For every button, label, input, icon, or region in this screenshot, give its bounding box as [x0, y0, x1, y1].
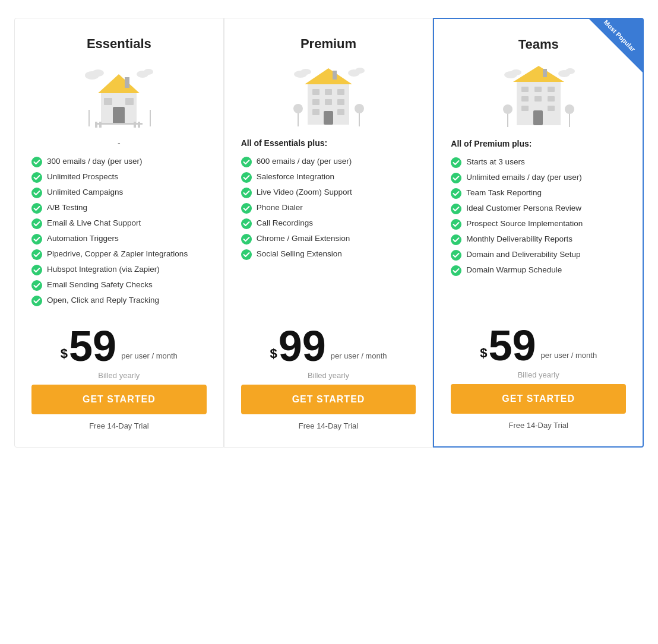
free-trial-label: Free 14-Day Trial [451, 421, 626, 430]
svg-point-79 [451, 234, 461, 245]
plan-title: Premium [241, 36, 416, 52]
feature-list: Starts at 3 users Unlimited emails / day… [451, 157, 626, 310]
feature-item: Salesforce Integration [241, 172, 416, 183]
feature-item: Ideal Customer Persona Review [451, 203, 626, 214]
feature-text: Unlimited emails / day (per user) [466, 172, 581, 183]
plan-subtitle: All of Premium plus: [451, 139, 626, 151]
svg-point-3 [144, 69, 153, 75]
svg-rect-14 [95, 123, 143, 125]
free-trial-label: Free 14-Day Trial [241, 421, 416, 430]
feature-text: Domain Warmup Schedule [466, 265, 562, 276]
feature-text: Chrome / Gmail Extension [257, 233, 350, 245]
feature-text: Live Video (Zoom) Support [257, 187, 352, 198]
feature-text: Starts at 3 users [466, 157, 524, 168]
svg-point-48 [241, 172, 252, 183]
svg-point-52 [241, 234, 252, 245]
feature-text: Hubspot Integration (via Zapier) [47, 264, 160, 275]
feature-text: Automation Triggers [47, 233, 119, 245]
svg-rect-66 [548, 96, 555, 101]
price-row: $ 99 per user / month [241, 325, 416, 367]
price-section: $ 59 per user / month Billed yearly [31, 325, 207, 380]
plan-illustration [451, 63, 626, 128]
price-row: $ 59 per user / month [451, 324, 626, 367]
svg-marker-32 [305, 68, 352, 84]
svg-point-55 [511, 69, 521, 75]
plan-card-premium: Premium [224, 18, 434, 448]
svg-rect-40 [312, 109, 319, 115]
price-amount: 59 [69, 325, 116, 367]
svg-rect-33 [333, 71, 337, 80]
svg-rect-7 [113, 107, 125, 125]
svg-point-1 [92, 69, 104, 77]
feature-text: Domain and Deliverability Setup [466, 249, 580, 261]
svg-rect-63 [548, 87, 555, 92]
svg-rect-37 [312, 99, 319, 105]
svg-point-74 [451, 157, 461, 168]
feature-item: Social Selling Extension [241, 249, 416, 260]
feature-text: Phone Dialer [257, 202, 303, 214]
svg-point-17 [31, 157, 42, 167]
svg-point-49 [241, 188, 252, 198]
feature-text: Open, Click and Reply Tracking [47, 295, 159, 306]
feature-item: A/B Testing [31, 202, 207, 214]
svg-point-53 [241, 249, 252, 260]
pricing-container: Essentials [14, 18, 644, 448]
billed-yearly: Billed yearly [241, 371, 416, 380]
feature-list: 600 emails / day (per user) Salesforce I… [241, 156, 416, 310]
svg-rect-9 [125, 98, 134, 105]
price-amount: 99 [279, 325, 326, 367]
svg-point-75 [451, 173, 461, 183]
svg-point-30 [355, 68, 365, 74]
price-dollar: $ [270, 346, 277, 361]
feature-text: Email & Live Chat Support [47, 218, 141, 229]
svg-point-57 [565, 68, 575, 74]
svg-point-50 [241, 203, 252, 214]
svg-rect-35 [325, 89, 332, 95]
svg-point-71 [503, 104, 513, 114]
plan-card-essentials: Essentials [14, 18, 224, 448]
svg-rect-65 [534, 96, 542, 101]
billed-yearly: Billed yearly [31, 371, 207, 380]
most-popular-badge: Most Popular [589, 19, 643, 72]
svg-point-81 [451, 265, 461, 276]
svg-rect-8 [104, 98, 112, 105]
feature-item: Unlimited Campaigns [31, 187, 207, 198]
feature-item: Automation Triggers [31, 233, 207, 245]
feature-text: Pipedrive, Copper & Zapier Integrations [47, 249, 188, 260]
svg-point-76 [451, 188, 461, 199]
price-per: per user / month [541, 351, 597, 360]
get-started-button[interactable]: GET STARTED [241, 385, 416, 414]
feature-text: Unlimited Campaigns [47, 187, 123, 198]
most-popular-label: Most Popular [602, 19, 637, 53]
plan-illustration [31, 62, 207, 128]
plan-subtitle: All of Essentials plus: [241, 138, 416, 150]
price-section: $ 99 per user / month Billed yearly [241, 325, 416, 380]
svg-rect-67 [521, 106, 529, 111]
feature-text: Monthly Deliverability Reports [466, 234, 572, 245]
feature-text: Ideal Customer Persona Review [466, 203, 581, 214]
feature-item: Prospect Source Implementation [451, 218, 626, 230]
feature-text: Team Task Reporting [466, 188, 542, 199]
svg-point-18 [31, 172, 42, 183]
get-started-button[interactable]: GET STARTED [451, 384, 626, 414]
feature-item: Chrome / Gmail Extension [241, 233, 416, 245]
svg-marker-59 [513, 66, 564, 82]
feature-item: Domain and Deliverability Setup [451, 249, 626, 261]
svg-rect-68 [548, 106, 555, 111]
svg-rect-39 [337, 99, 344, 105]
feature-item: Email & Live Chat Support [31, 218, 207, 229]
plan-card-teams: Most Popular Teams [433, 18, 644, 448]
svg-point-19 [31, 188, 42, 198]
feature-item: Hubspot Integration (via Zapier) [31, 264, 207, 275]
get-started-button[interactable]: GET STARTED [31, 385, 207, 414]
svg-point-21 [31, 218, 42, 229]
svg-point-80 [451, 250, 461, 261]
svg-rect-64 [521, 96, 529, 101]
plan-illustration [241, 62, 416, 128]
feature-item: Live Video (Zoom) Support [241, 187, 416, 198]
feature-item: Unlimited Prospects [31, 172, 207, 183]
svg-rect-34 [312, 89, 319, 95]
feature-text: Salesforce Integration [257, 172, 334, 183]
feature-text: 600 emails / day (per user) [257, 156, 352, 167]
svg-point-20 [31, 203, 42, 214]
